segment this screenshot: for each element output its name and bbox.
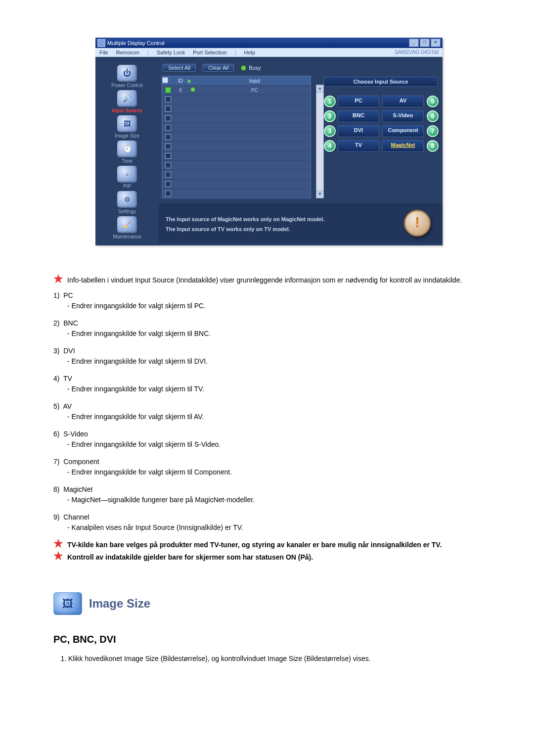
callout-badge-8: 8 [427,140,439,152]
source-tv-button[interactable]: TV [338,140,379,152]
list-item: 9) Channel Kanalpilen vises når Input So… [53,512,485,533]
sidebar-item-settings[interactable]: Settings [97,191,157,214]
table-row[interactable] [162,132,311,142]
footer-notes: The Input source of MagicNet works only … [159,203,443,243]
table-row[interactable] [162,123,311,132]
grid-header-id: ID [174,78,187,84]
table-row[interactable] [162,94,311,104]
checkbox-icon[interactable] [165,172,171,178]
sidebar-item-power[interactable]: Power Control [97,65,157,88]
grid-header-input: Input [199,78,311,84]
grid-header: ID ◉ Input [162,76,311,85]
source-bnc-button[interactable]: BNC [338,110,379,122]
subheading: PC, BNC, DVI [53,632,485,647]
checkbox-icon[interactable] [165,134,171,140]
checkbox-icon[interactable] [165,190,171,196]
checkbox-icon[interactable] [165,87,171,93]
checkbox-icon[interactable] [165,125,171,131]
table-row[interactable] [162,189,311,198]
scroll-down-icon[interactable]: ▼ [316,190,323,198]
table-row[interactable] [162,113,311,123]
sidebar-item-time[interactable]: Time [97,141,157,164]
sidebar-item-label: Power Control [97,83,157,88]
busy-indicator: Busy [241,65,261,71]
table-row[interactable] [162,160,311,170]
menu-safety-lock[interactable]: Safety Lock [157,49,185,55]
cell-input: PC [199,88,311,93]
footnote-1: ★ TV-kilde kan bare velges på produkter … [53,540,485,550]
status-dot-icon [241,65,246,71]
table-row[interactable] [162,104,311,113]
source-pc-button[interactable]: PC [338,95,379,107]
scrollbar[interactable]: ▲ ▼ [316,85,324,198]
choose-input-panel: Choose Input Source 1 PC AV 5 2 BNC S-Vi… [322,76,440,198]
source-dvi-button[interactable]: DVI [338,125,379,137]
sidebar-item-image-size[interactable]: Image Size [97,115,157,139]
sidebar-item-label: PIP [97,184,157,189]
clear-all-button[interactable]: Clear All [203,64,234,72]
menu-file[interactable]: File [99,49,108,55]
busy-label: Busy [249,65,261,71]
star-icon: ★ [53,552,63,563]
minimize-button[interactable]: _ [409,39,419,47]
footer-line-2: The Input source of TV works only on TV … [166,226,436,232]
scroll-up-icon[interactable]: ▲ [316,85,323,93]
sidebar-item-label: Input Source [97,108,157,113]
titlebar: Multiple Display Control _ □ × [95,38,443,48]
warning-icon: ! [404,210,431,236]
source-component-button[interactable]: Component [382,125,424,137]
section-title: Image Size [89,595,150,613]
list-item: 6) S-Video Endrer inngangskilde for valg… [53,429,485,450]
select-all-button[interactable]: Select All [163,64,196,72]
star-icon: ★ [53,275,63,283]
table-row[interactable] [162,170,311,179]
callout-badge-2: 2 [324,110,336,122]
source-svideo-button[interactable]: S-Video [382,110,424,122]
star-icon: ★ [53,540,63,550]
checkbox-icon[interactable] [165,115,171,121]
list-item: 3) DVI Endrer inngangskilde for valgt sk… [53,346,485,367]
menu-help[interactable]: Help [244,49,256,55]
image-size-icon [117,115,137,132]
maximize-button[interactable]: □ [420,39,430,47]
list-item: 4) TV Endrer inngangskilde for valgt skj… [53,374,485,394]
checkbox-icon[interactable] [165,96,171,102]
checkbox-icon[interactable] [165,181,171,187]
step-item: Klikk hovedikonet Image Size (Bildestørr… [68,654,485,664]
gear-icon [117,191,137,208]
close-button[interactable]: × [431,39,441,47]
menu-port-selection[interactable]: Port Selection [193,49,226,55]
footnote-2: ★ Kontroll av indatakilde gjelder bare f… [53,552,485,563]
numbered-steps: Klikk hovedikonet Image Size (Bildestørr… [53,654,485,664]
sidebar-item-label: Maintenance [97,234,157,239]
sidebar-item-pip[interactable]: PIP [97,166,157,189]
sidebar-item-maintenance[interactable]: Maintenance [97,216,157,239]
checkbox-icon[interactable] [165,162,171,168]
display-grid: ID ◉ Input 0 PC [162,76,311,198]
source-av-button[interactable]: AV [382,95,424,107]
app-window: Multiple Display Control _ □ × File Remo… [95,38,443,245]
list-item: 1) PC Endrer inngangskilde for valgt skj… [53,290,485,311]
table-row[interactable] [162,151,311,160]
pip-icon [117,166,137,183]
sidebar-item-input-source[interactable]: Input Source [97,90,157,113]
table-row[interactable] [162,142,311,151]
panel-title: Choose Input Source [324,77,438,87]
table-row[interactable]: 0 PC [162,85,311,94]
source-magicnet-button[interactable]: MagicNet [382,140,424,152]
app-icon [97,39,105,47]
input-source-icon [117,90,137,107]
menu-remocon[interactable]: Remocon [116,49,139,55]
checkbox-icon[interactable] [165,153,171,159]
callout-badge-3: 3 [324,125,336,137]
footer-line-1: The Input source of MagicNet works only … [166,216,436,222]
sidebar-item-label: Time [97,158,157,164]
checkbox-icon[interactable] [165,106,171,112]
sidebar-item-label: Image Size [97,133,157,139]
power-icon [117,65,137,82]
table-row[interactable] [162,179,311,189]
checkbox-icon[interactable] [165,143,171,149]
broom-icon [117,216,137,233]
menu-separator: | [235,49,236,55]
image-size-icon: 🖼 [53,592,82,615]
